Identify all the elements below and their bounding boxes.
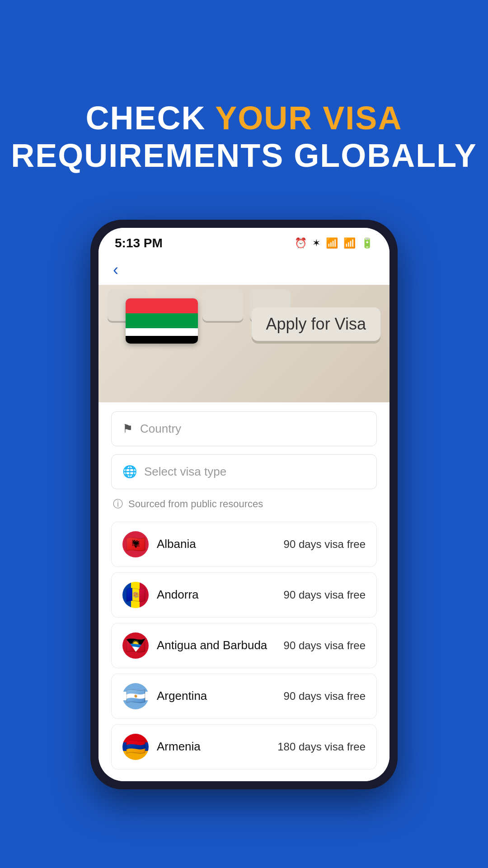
battery-icon: 🔋 xyxy=(361,237,373,249)
phone-screen: 5:13 PM ⏰ ✶ 📶 📶 🔋 ‹ xyxy=(99,228,389,781)
country-name: Andorra xyxy=(157,588,199,602)
country-item[interactable]: 🇦🇷Argentina90 days visa free xyxy=(111,674,377,719)
flag-circle-armenia: 🇦🇲 xyxy=(122,734,149,760)
info-text: ⓘ Sourced from public resources xyxy=(111,497,377,511)
country-field-text: Country xyxy=(140,422,181,436)
country-item[interactable]: 🇦🇲Armenia180 days visa free xyxy=(111,724,377,769)
info-label: Sourced from public resources xyxy=(128,498,263,510)
flag-circle-albania: 🇦🇱 xyxy=(122,531,149,557)
flag-circle-antigua-and-barbuda: 🇦🇬 xyxy=(122,632,149,659)
hero-section: CHECK YOUR VISA REQUIREMENTS GLOBALLY xyxy=(0,0,488,211)
visa-status: 90 days visa free xyxy=(284,639,366,652)
country-dropdown[interactable]: ⚑ Country xyxy=(111,411,377,446)
hero-line1-white: CHECK xyxy=(86,100,216,136)
country-name: Argentina xyxy=(157,689,207,703)
visa-status: 90 days visa free xyxy=(284,690,366,703)
visa-type-field-text: Select visa type xyxy=(144,465,226,479)
keyboard-key-3 xyxy=(202,289,243,321)
hero-title: CHECK YOUR VISA REQUIREMENTS GLOBALLY xyxy=(11,99,477,175)
visa-type-icon: 🌐 xyxy=(122,465,137,479)
country-field-icon: ⚑ xyxy=(122,422,133,436)
wifi-icon: 📶 xyxy=(326,237,338,249)
hero-image: Apply for Visa xyxy=(99,285,389,402)
country-item[interactable]: 🇦🇩Andorra90 days visa free xyxy=(111,572,377,618)
uae-flag-key xyxy=(126,298,198,344)
apply-visa-key: Apply for Visa xyxy=(252,307,380,341)
hero-line1-yellow: YOUR VISA xyxy=(215,100,402,136)
country-list: 🇦🇱Albania90 days visa free🇦🇩Andorra90 da… xyxy=(111,522,377,769)
bluetooth-icon: ✶ xyxy=(312,237,320,249)
country-name: Armenia xyxy=(157,740,201,754)
visa-type-dropdown[interactable]: 🌐 Select visa type xyxy=(111,454,377,489)
status-icons: ⏰ ✶ 📶 📶 🔋 xyxy=(295,237,373,249)
signal-icon: 📶 xyxy=(343,237,356,249)
hero-line2: REQUIREMENTS GLOBALLY xyxy=(11,137,477,175)
country-item[interactable]: 🇦🇱Albania90 days visa free xyxy=(111,522,377,567)
visa-status: 90 days visa free xyxy=(284,589,366,601)
country-item[interactable]: 🇦🇬Antigua and Barbuda90 days visa free xyxy=(111,623,377,668)
back-button[interactable]: ‹ xyxy=(113,260,375,279)
scroll-content: ⚑ Country 🌐 Select visa type ⓘ Sourced f… xyxy=(99,402,389,781)
status-bar: 5:13 PM ⏰ ✶ 📶 📶 🔋 xyxy=(99,228,389,255)
flag-circle-andorra: 🇦🇩 xyxy=(122,582,149,608)
country-name: Albania xyxy=(157,537,196,551)
phone-wrapper: 5:13 PM ⏰ ✶ 📶 📶 🔋 ‹ xyxy=(90,220,398,789)
flag-circle-argentina: 🇦🇷 xyxy=(122,683,149,709)
alarm-icon: ⏰ xyxy=(295,237,307,249)
visa-status: 180 days visa free xyxy=(277,741,366,753)
phone-frame: 5:13 PM ⏰ ✶ 📶 📶 🔋 ‹ xyxy=(90,220,398,789)
nav-bar: ‹ xyxy=(99,255,389,285)
visa-status: 90 days visa free xyxy=(284,538,366,551)
info-icon: ⓘ xyxy=(113,497,123,511)
country-name: Antigua and Barbuda xyxy=(157,638,267,652)
status-time: 5:13 PM xyxy=(115,236,163,250)
